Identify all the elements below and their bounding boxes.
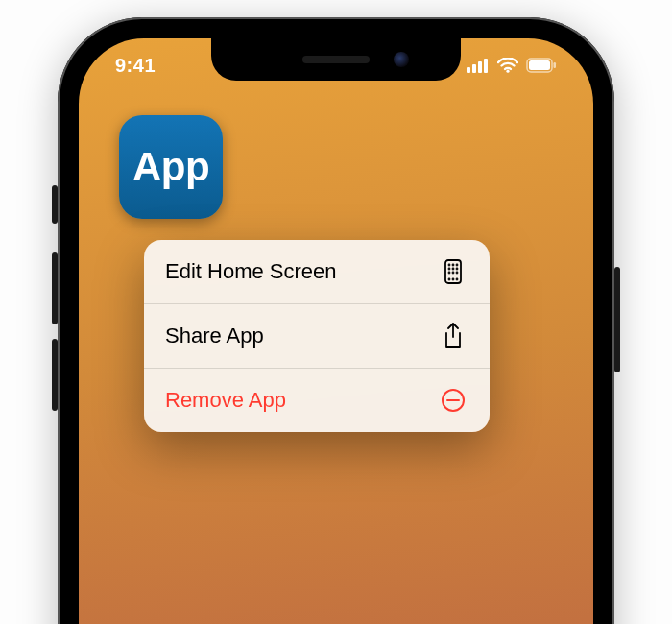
status-indicators	[467, 58, 557, 73]
svg-point-12	[449, 269, 450, 270]
status-time: 9:41	[115, 55, 156, 77]
svg-point-15	[449, 273, 450, 274]
volume-down-button	[52, 339, 58, 411]
mute-switch	[52, 185, 58, 224]
share-icon	[440, 323, 467, 349]
svg-point-20	[457, 279, 458, 280]
iphone-frame: 9:41	[58, 17, 614, 624]
status-bar: 9:41	[79, 52, 593, 79]
volume-up-button	[52, 252, 58, 324]
svg-point-18	[449, 279, 450, 280]
iphone-screen: 9:41	[79, 38, 593, 624]
svg-point-17	[457, 273, 458, 274]
side-button	[614, 267, 620, 372]
wifi-icon	[497, 58, 518, 73]
app-icon[interactable]: App	[119, 115, 223, 219]
menu-item-label: Remove App	[165, 388, 286, 413]
svg-rect-3	[484, 59, 488, 73]
svg-point-14	[457, 269, 458, 270]
svg-point-10	[453, 265, 454, 266]
svg-rect-2	[478, 61, 482, 73]
menu-item-edit-home-screen[interactable]: Edit Home Screen	[144, 240, 490, 304]
home-screen-icon	[440, 258, 467, 285]
remove-icon	[440, 387, 467, 414]
menu-item-remove-app[interactable]: Remove App	[144, 369, 490, 432]
svg-rect-7	[554, 62, 557, 68]
menu-item-share-app[interactable]: Share App	[144, 304, 490, 369]
svg-point-16	[453, 273, 454, 274]
battery-icon	[526, 58, 557, 73]
svg-point-19	[453, 279, 454, 280]
svg-point-13	[453, 269, 454, 270]
context-menu: Edit Home Screen Share App	[144, 240, 490, 432]
cellular-icon	[467, 58, 490, 73]
svg-point-9	[449, 265, 450, 266]
svg-point-11	[457, 265, 458, 266]
svg-rect-0	[467, 67, 470, 73]
svg-point-4	[506, 70, 509, 73]
svg-rect-1	[472, 64, 476, 73]
app-icon-label: App	[132, 144, 209, 190]
svg-rect-6	[529, 60, 550, 70]
menu-item-label: Share App	[165, 324, 264, 348]
menu-item-label: Edit Home Screen	[165, 259, 337, 284]
